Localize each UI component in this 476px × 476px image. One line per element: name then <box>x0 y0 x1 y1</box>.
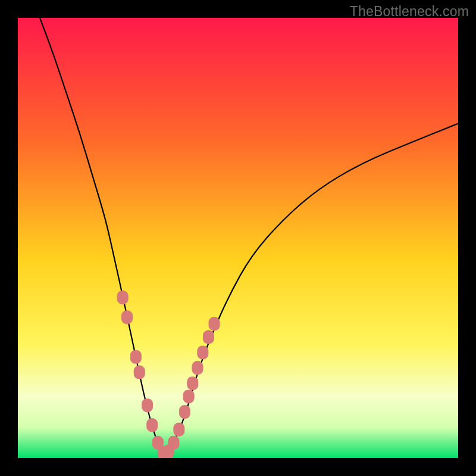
marker-point <box>117 291 128 304</box>
marker-point <box>192 361 203 374</box>
marker-point <box>142 399 153 412</box>
watermark-text: TheBottleneck.com <box>350 4 469 20</box>
bottleneck-curve-right <box>163 124 458 454</box>
plot-area <box>18 18 458 458</box>
marker-point <box>209 317 220 330</box>
marker-point <box>122 311 133 324</box>
marker-point <box>183 390 194 403</box>
curve-svg <box>18 18 458 458</box>
marker-point <box>168 436 179 449</box>
bottleneck-curve-left <box>40 18 163 454</box>
marker-point <box>130 350 141 364</box>
marker-point <box>134 366 145 379</box>
marker-point <box>198 346 208 359</box>
marker-point <box>147 419 158 432</box>
marker-point <box>174 423 184 436</box>
marker-point <box>203 331 214 344</box>
markers-left <box>117 291 168 458</box>
outer-frame: TheBottleneck.com <box>0 0 476 476</box>
marker-point <box>187 377 198 390</box>
markers-right <box>163 317 220 458</box>
marker-point <box>179 405 190 418</box>
